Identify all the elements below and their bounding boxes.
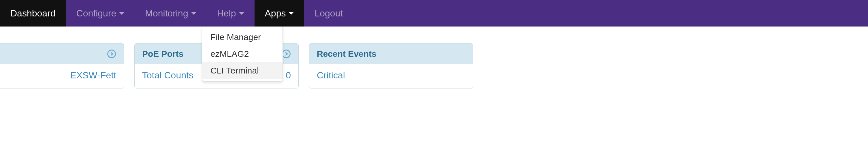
panel-system-body: EXSW-Fett [0,64,124,88]
panel-events-body: Critical [309,64,473,88]
nav-help-label: Help [217,8,236,19]
content-area: m EXSW-Fett PoE Ports Total Counts [0,27,868,89]
panel-poe-title: PoE Ports [142,49,183,59]
arrow-right-circle-icon[interactable] [282,49,291,59]
poe-total-counts-value: 0 [286,70,291,81]
nav-dashboard-label: Dashboard [10,8,56,19]
nav-monitoring[interactable]: Monitoring [135,0,207,27]
dropdown-item-ezmlag2[interactable]: ezMLAG2 [203,45,282,62]
nav-logout-label: Logout [314,8,343,19]
nav-monitoring-label: Monitoring [145,8,188,19]
panel-events-title: Recent Events [317,49,376,59]
nav-help[interactable]: Help [207,0,254,27]
panel-system-header: m [0,43,124,64]
panel-system: m EXSW-Fett [0,43,124,89]
panel-events-header: Recent Events [309,43,473,64]
navbar: Dashboard Configure Monitoring Help Apps… [0,0,868,27]
arrow-right-circle-icon[interactable] [107,49,116,59]
events-critical-link[interactable]: Critical [317,70,345,81]
dropdown-item-label: File Manager [211,32,261,42]
nav-configure[interactable]: Configure [66,0,135,27]
dropdown-item-label: CLI Terminal [211,66,259,75]
nav-apps-label: Apps [265,8,286,19]
chevron-down-icon [288,12,294,15]
poe-total-counts-link[interactable]: Total Counts [142,70,193,81]
svg-point-0 [108,50,116,58]
dropdown-item-file-manager[interactable]: File Manager [203,29,282,45]
nav-apps[interactable]: Apps [254,0,304,27]
svg-point-1 [282,50,290,58]
nav-logout[interactable]: Logout [304,0,353,27]
chevron-down-icon [191,12,196,15]
panel-system-value: EXSW-Fett [70,70,116,81]
panel-recent-events: Recent Events Critical [309,43,473,89]
chevron-down-icon [119,12,124,15]
dropdown-item-label: ezMLAG2 [211,49,249,59]
chevron-down-icon [239,12,244,15]
apps-dropdown: File Manager ezMLAG2 CLI Terminal [202,27,283,81]
nav-configure-label: Configure [76,8,117,19]
dropdown-item-cli-terminal[interactable]: CLI Terminal [203,62,282,79]
nav-dashboard[interactable]: Dashboard [0,0,66,27]
